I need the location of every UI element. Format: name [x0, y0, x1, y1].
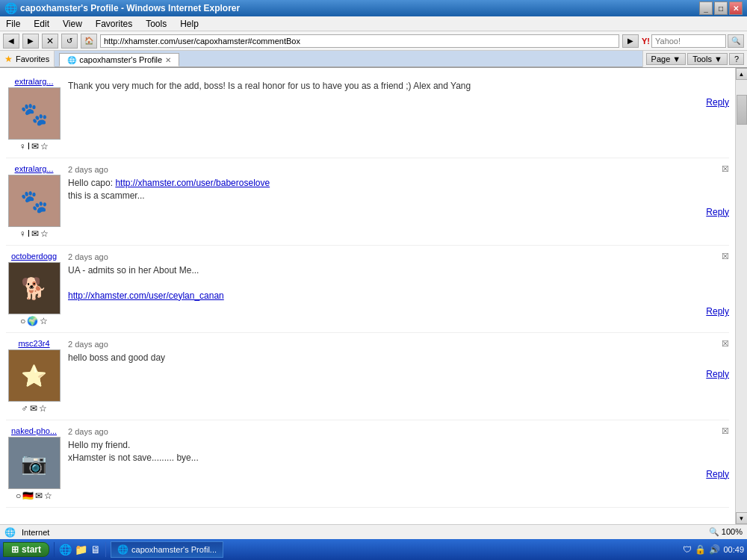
delete-button-4[interactable]: ☒ — [722, 339, 729, 349]
avatar-icons-4: ♂ ✉ ☆ — [22, 403, 47, 414]
comment-text-5: Hello my friend. xHamster is not save...… — [68, 439, 729, 464]
comment-header-3: 2 days ago ☒ — [68, 252, 729, 261]
minimize-button[interactable]: _ — [699, 1, 713, 15]
tools-menu-button[interactable]: Tools ▼ — [687, 53, 728, 65]
menu-bar: File Edit View Favorites Tools Help — [0, 16, 747, 31]
reply-link-4[interactable]: Reply — [706, 369, 729, 379]
avatar-icon-female[interactable]: ♀ — [19, 141, 26, 152]
comment-body-3: 2 days ago ☒ UA - admits so in her About… — [68, 252, 729, 326]
reply-link-5[interactable]: Reply — [706, 469, 729, 479]
avatar-area-1: extralarg... 🐾 ♀ I ✉ ☆ — [6, 77, 62, 152]
avatar-icon-3-globe[interactable]: 🌍 — [27, 316, 38, 326]
comment-header-2: 2 days ago ☒ — [68, 164, 729, 174]
ceylan-link[interactable]: http://xhamster.com/user/ceylan_canan — [68, 290, 224, 301]
avatar-icon-2-star[interactable]: ☆ — [40, 228, 49, 239]
zoom-level: 🔍 100% — [709, 527, 743, 537]
avatar-icon-5-flag[interactable]: 🇩🇪 — [22, 491, 34, 501]
search-button[interactable]: 🔍 — [728, 34, 744, 48]
scroll-up-button[interactable]: ▲ — [736, 68, 748, 80]
avatar-icon-4-mail[interactable]: ✉ — [30, 403, 37, 414]
tab-label: capoxhamster's Profile — [79, 55, 162, 64]
maximize-button[interactable]: □ — [714, 1, 728, 15]
taskbar-ie-icon: 🌐 — [117, 544, 128, 555]
stop-button[interactable]: ✕ — [42, 34, 58, 49]
avatar-icon-3-circle[interactable]: ○ — [20, 316, 25, 326]
avatar-icons-2: ♀ I ✉ ☆ — [19, 228, 49, 239]
scroll-down-button[interactable]: ▼ — [736, 512, 748, 524]
comment-reply-1: Reply — [68, 97, 729, 108]
avatar-icon-star[interactable]: ☆ — [40, 141, 49, 152]
page-menu-button[interactable]: Page ▼ — [646, 53, 686, 65]
reply-link-1[interactable]: Reply — [706, 97, 729, 108]
scroll-track[interactable] — [736, 80, 748, 512]
comment-entry-2: extralarg... 🐾 ♀ I ✉ ☆ 2 day — [6, 158, 729, 246]
tab-close-button[interactable]: ✕ — [165, 56, 171, 64]
search-input[interactable] — [651, 34, 726, 48]
taskbar-ie-window[interactable]: 🌐 capoxhamster's Profil... — [111, 541, 223, 558]
avatar-icon-4-star[interactable]: ☆ — [39, 403, 47, 414]
avatar-icons-1: ♀ I ✉ ☆ — [19, 141, 49, 152]
avatar-img-2: 🐾 — [8, 175, 61, 227]
favorites-label: Favorites — [16, 55, 49, 63]
avatar-icon-2-info[interactable]: I — [28, 228, 30, 239]
avatar-icon-2-mail[interactable]: ✉ — [31, 228, 39, 239]
menu-tools[interactable]: Tools — [143, 17, 170, 31]
avatar-icon-2-female[interactable]: ♀ — [19, 228, 26, 239]
reply-link-3[interactable]: Reply — [706, 306, 729, 317]
scroll-thumb[interactable] — [737, 95, 747, 125]
avatar-img-1: 🐾 — [8, 87, 61, 140]
avatar-icon-4-male[interactable]: ♂ — [22, 403, 28, 414]
help-button[interactable]: ? — [729, 53, 744, 65]
address-input[interactable] — [100, 34, 619, 48]
comment-body-5: 2 days ago ☒ Hello my friend. xHamster i… — [68, 426, 729, 501]
username-4[interactable]: msc23r4 — [18, 339, 49, 348]
menu-view[interactable]: View — [60, 17, 85, 31]
refresh-button[interactable]: ↺ — [61, 34, 78, 49]
comment-entry-1: extralarg... 🐾 ♀ I ✉ ☆ — [6, 71, 729, 158]
menu-help[interactable]: Help — [177, 17, 202, 31]
reply-link-2[interactable]: Reply — [706, 207, 729, 217]
comment-body-4: 2 days ago ☒ hello boss and good day Rep… — [68, 339, 729, 414]
avatar-area-4: msc23r4 ⭐ ♂ ✉ ☆ — [6, 339, 62, 414]
quicklaunch-ie[interactable]: 🌐 — [59, 544, 72, 556]
avatar-icon-5-mail[interactable]: ✉ — [35, 491, 43, 501]
window-title: capoxhamster's Profile - Windows Interne… — [20, 3, 240, 13]
avatar-icons-3: ○ 🌍 ☆ — [20, 316, 48, 326]
username-2[interactable]: extralarg... — [15, 164, 54, 173]
avatar-area-5: naked-pho... 📷 ○ 🇩🇪 ✉ ☆ — [6, 426, 62, 501]
back-button[interactable]: ◀ — [3, 34, 19, 49]
avatar-icon-info[interactable]: I — [28, 141, 30, 152]
quicklaunch-explorer[interactable]: 📁 — [75, 544, 87, 556]
delete-button-2[interactable]: ☒ — [722, 164, 729, 174]
home-button[interactable]: 🏠 — [81, 34, 97, 49]
username-1[interactable]: extralarg... — [15, 77, 54, 86]
delete-button-5[interactable]: ☒ — [722, 426, 729, 436]
comment-header-4: 2 days ago ☒ — [68, 339, 729, 349]
forward-button[interactable]: ▶ — [22, 34, 39, 49]
username-3[interactable]: octoberdogg — [11, 252, 57, 261]
menu-edit[interactable]: Edit — [31, 17, 52, 31]
comment-reply-2: Reply — [68, 207, 729, 217]
avatar-icon-mail[interactable]: ✉ — [31, 141, 39, 152]
title-bar: 🌐 capoxhamster's Profile - Windows Inter… — [0, 0, 747, 16]
start-button[interactable]: ⊞ start — [3, 542, 49, 557]
tab-capoxhamster[interactable]: 🌐 capoxhamster's Profile ✕ — [59, 53, 179, 66]
menu-favorites[interactable]: Favorites — [93, 17, 135, 31]
username-5[interactable]: naked-pho... — [11, 426, 57, 435]
go-button[interactable]: ▶ — [622, 34, 639, 48]
scrollbar[interactable]: ▲ ▼ — [735, 68, 747, 524]
favorites-star-icon: ★ — [4, 54, 13, 64]
tab-favicon: 🌐 — [67, 56, 76, 64]
tray-volume: 🔊 — [709, 544, 720, 555]
comment-text-1: Thank you very much for the add, boss! I… — [68, 80, 729, 93]
close-button[interactable]: ✕ — [729, 1, 743, 15]
delete-button-3[interactable]: ☒ — [722, 252, 729, 261]
avatar-icon-5-star[interactable]: ☆ — [44, 491, 52, 501]
scammer-link[interactable]: http://xhamster.com/user/baberoselove — [115, 178, 270, 188]
quicklaunch-misc[interactable]: 🖥 — [90, 544, 101, 556]
avatar-icon-3-star[interactable]: ☆ — [40, 316, 48, 326]
menu-file[interactable]: File — [3, 17, 23, 31]
comment-reply-3: Reply — [68, 306, 729, 317]
avatar-icon-5-circle[interactable]: ○ — [16, 491, 21, 501]
comment-time-3: 2 days ago — [68, 252, 108, 261]
